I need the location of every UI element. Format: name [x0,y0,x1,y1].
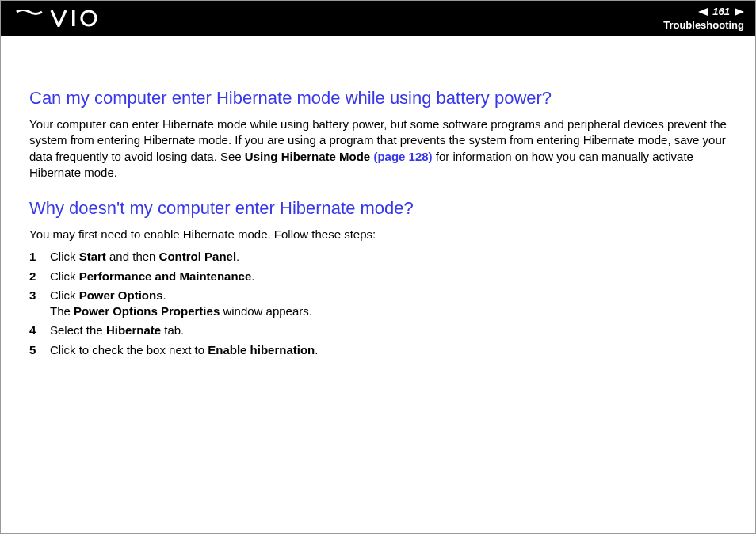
step-item: 2 Click Performance and Maintenance. [29,269,727,284]
step-text-part: . [315,343,318,357]
step-text: Select the Hibernate tab. [50,322,727,338]
steps-list: 1 Click Start and then Control Panel. 2 … [29,249,727,358]
step-text: Click to check the box next to Enable hi… [50,342,727,358]
section2-heading: Why doesn't my computer enter Hibernate … [29,198,727,219]
step-number: 3 [29,288,50,320]
header-right: 161 Troubleshooting [663,6,744,31]
page-navigation: 161 [663,6,744,17]
step-text-part: and then [106,250,159,263]
step-text-part: window appears. [220,304,312,318]
vaio-logo [15,10,110,27]
step-text: Click Start and then Control Panel. [50,249,727,265]
step-text: Click Performance and Maintenance. [50,269,727,284]
section1-paragraph: Your computer can enter Hibernate mode w… [29,116,727,181]
svg-point-1 [82,11,96,25]
page-number: 161 [711,6,731,17]
section1-heading: Can my computer enter Hibernate mode whi… [29,88,727,109]
page-content: Can my computer enter Hibernate mode whi… [1,36,755,358]
step-number: 1 [29,249,50,265]
step-bold: Control Panel [159,250,237,263]
page-reference-link[interactable]: (page 128) [373,150,432,163]
step-bold: Power Options [79,288,163,302]
svg-rect-0 [72,10,75,26]
step-text-part: tab. [161,323,184,337]
step-item: 4 Select the Hibernate tab. [29,322,727,338]
step-text-part: Select the [50,323,106,337]
step-text-part: Click [50,250,79,263]
step-text-part: Click [50,288,79,302]
page-header: 161 Troubleshooting [1,1,755,36]
step-number: 2 [29,269,50,284]
step-number: 4 [29,322,50,338]
step-number: 5 [29,342,50,358]
next-page-arrow-icon[interactable] [735,8,744,16]
step-bold: Enable hibernation [208,343,315,357]
step-bold: Power Options Properties [74,304,220,318]
prev-page-arrow-icon[interactable] [698,8,708,16]
section2-intro: You may first need to enable Hibernate m… [29,227,727,242]
manual-page: 161 Troubleshooting Can my computer ente… [0,0,756,534]
step-text: Click Power Options. The Power Options P… [50,288,727,320]
step-text-part: . [163,288,166,302]
step-text-part: Click [50,269,79,283]
step-item: 1 Click Start and then Control Panel. [29,249,727,265]
step-text-part: The [50,304,74,318]
step-text-part: . [236,250,239,263]
step-text-part: Click to check the box next to [50,343,208,357]
step-bold: Performance and Maintenance [79,269,252,283]
step-bold: Hibernate [106,323,161,337]
step-item: 3 Click Power Options. The Power Options… [29,288,727,320]
section-label: Troubleshooting [663,19,744,31]
step-text-part: . [251,269,254,283]
step-item: 5 Click to check the box next to Enable … [29,342,727,358]
section1-ref-title: Using Hibernate Mode [245,150,374,163]
step-bold: Start [79,250,106,263]
